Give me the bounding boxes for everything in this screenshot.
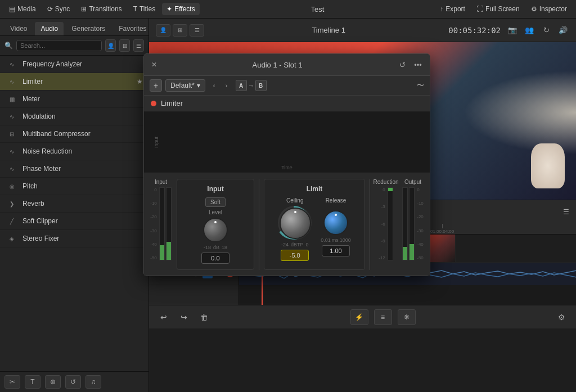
title-button[interactable]: T <box>25 375 40 389</box>
release-label: Release <box>326 197 346 204</box>
app-title: Test <box>202 5 434 13</box>
release-range: 0.01 ms 1000 <box>321 237 351 243</box>
tab-video[interactable]: Video <box>4 22 33 35</box>
release-knob[interactable] <box>323 210 348 235</box>
output-meter-bars: 0 -10 -20 -30 -40 -50 <box>402 187 424 260</box>
bottom-center-btn-1[interactable]: ⚡ <box>350 309 368 325</box>
meter-level-l <box>160 245 164 260</box>
search-input[interactable] <box>16 40 102 51</box>
modal-title: Audio 1 - Slot 1 <box>163 61 392 69</box>
limiter-led[interactable] <box>151 101 156 106</box>
top-bar-export[interactable]: ↑ Export <box>435 3 470 15</box>
output-meter-bar-l <box>402 187 408 260</box>
modal-close-button[interactable]: ✕ <box>150 60 159 69</box>
volume-icon[interactable]: 🔊 <box>557 24 569 37</box>
bottom-center-btn-3[interactable]: ❋ <box>398 309 416 325</box>
list-item-pitch[interactable]: ◎ Pitch <box>0 178 148 195</box>
a-button[interactable]: A <box>236 80 247 91</box>
list-item-modulation[interactable]: ∿ Modulation <box>0 108 148 125</box>
view-icon-person[interactable]: 👤 <box>105 39 116 52</box>
next-preset-btn[interactable]: › <box>221 80 232 91</box>
output-meter-section: Output 0 -10 -20 -30 -40 -50 <box>402 179 424 270</box>
input-value-display[interactable]: 0.0 <box>201 253 230 264</box>
limit-plugin-box: Limit Ceiling <box>264 179 365 270</box>
rotate-button[interactable]: ↺ <box>65 375 81 389</box>
modal-more-icon[interactable]: ••• <box>412 58 424 71</box>
camera-icon[interactable]: 📷 <box>506 24 519 37</box>
list-item-multiband[interactable]: ⊟ Multiband Compressor <box>0 125 148 143</box>
delete-button[interactable]: 🗑 <box>196 309 212 325</box>
modal-curve-icon[interactable]: 〜 <box>417 80 424 91</box>
top-bar-fullscreen[interactable]: ⛶ Full Screen <box>472 3 524 15</box>
view-grid-icon[interactable]: ⊞ <box>173 24 187 37</box>
input-box-title: Input <box>183 185 248 193</box>
reduction-scale: 0 -3 -6 -9 -12 <box>379 187 385 260</box>
list-item-softclipper[interactable]: ╱ Soft Clipper <box>0 213 148 230</box>
modulation-icon: ∿ <box>6 111 18 121</box>
prev-preset-btn[interactable]: ‹ <box>209 80 220 91</box>
top-bar-inspector[interactable]: ⚙ Inspector <box>526 3 572 15</box>
add-effect-button[interactable]: + <box>150 79 162 92</box>
view-person-icon[interactable]: 👤 <box>156 24 170 37</box>
top-bar-transitions[interactable]: ⊞ Transitions <box>76 3 126 15</box>
list-item-frequency[interactable]: ∿ Frequency Analyzer <box>0 56 148 73</box>
bottom-bar: ↩ ↪ 🗑 ⚡ ≡ ❋ ⚙ <box>149 305 576 328</box>
effects-list: ∿ Frequency Analyzer ∿ Limiter ★ ▦ Meter… <box>0 56 148 371</box>
transform-button[interactable]: ⊕ <box>45 375 61 389</box>
input-level-knob[interactable] <box>203 218 228 242</box>
tab-audio[interactable]: Audio <box>35 22 64 35</box>
list-item-phase[interactable]: ∿ Phase Meter <box>0 160 148 178</box>
output-level-r <box>410 244 414 260</box>
ruler-mark: 01:00:04:00 <box>430 224 454 234</box>
tab-favorites[interactable]: Favorites <box>113 22 152 35</box>
release-value-display[interactable]: 1.00 <box>322 245 350 256</box>
limiter-header: Limiter <box>144 96 430 111</box>
top-bar-right: ↑ Export ⛶ Full Screen ⚙ Inspector <box>435 3 572 15</box>
stereofixer-icon: ◈ <box>6 233 18 244</box>
b-button[interactable]: B <box>255 80 267 91</box>
output-label: Output <box>404 179 421 185</box>
settings-button[interactable]: ⚙ <box>554 309 569 325</box>
top-bar-media[interactable]: ▤ Media <box>4 3 40 15</box>
tab-generators[interactable]: Generators <box>66 22 111 35</box>
ceiling-value-display[interactable]: -5.0 <box>281 250 309 261</box>
timeline-icons: 📷 👥 ↻ 🔊 <box>506 24 569 37</box>
reduction-meter-bar <box>388 187 393 260</box>
ceiling-knob-wrap[interactable] <box>278 206 312 240</box>
top-bar-sync[interactable]: ⟳ Sync <box>43 3 75 15</box>
view-icon-list[interactable]: ☰ <box>133 39 144 52</box>
input-meter-section: Input 0 -10 -20 -30 -40 -50 <box>150 179 172 270</box>
display-input-label: Input <box>154 136 159 147</box>
soft-mode-btn[interactable]: Soft <box>205 197 226 207</box>
loop-icon[interactable]: ↻ <box>540 24 552 37</box>
display-area: Input Time <box>144 111 430 173</box>
list-item-limiter[interactable]: ∿ Limiter ★ <box>0 73 148 91</box>
audio-button[interactable]: ♫ <box>86 375 101 389</box>
list-item-reverb[interactable]: ❯ Reverb <box>0 195 148 213</box>
cut-button[interactable]: ✂ <box>4 375 20 389</box>
left-tabs: Video Audio Generators Favorites <box>0 19 148 36</box>
view-icon-grid[interactable]: ⊞ <box>119 39 130 52</box>
ceiling-knob[interactable] <box>280 208 311 239</box>
timecode-display: 00:05:32:02 <box>448 26 501 35</box>
undo-button[interactable]: ↩ <box>156 309 172 325</box>
export-icon: ↑ <box>440 5 443 13</box>
display-time-label: Time <box>281 165 292 170</box>
search-icon: 🔍 <box>4 42 13 49</box>
people-icon[interactable]: 👥 <box>523 24 536 37</box>
list-item-meter[interactable]: ▦ Meter <box>0 91 148 108</box>
list-item-stereofixer[interactable]: ◈ Stereo Fixer <box>0 230 148 247</box>
top-bar-titles[interactable]: T Titles <box>129 3 160 15</box>
plugin-divider-2 <box>370 179 370 270</box>
list-item-noise[interactable]: ∿ Noise Reduction <box>0 143 148 160</box>
input-meter-bar-r <box>166 187 172 260</box>
modal-reset-icon[interactable]: ↺ <box>396 58 408 71</box>
sync-icon: ⟳ <box>47 5 53 13</box>
view-list-icon[interactable]: ☰ <box>190 24 204 37</box>
redo-button[interactable]: ↪ <box>176 309 192 325</box>
top-bar-effects[interactable]: ✦ Effects <box>162 3 199 15</box>
effects-star-icon: ✦ <box>166 5 172 13</box>
playback-menu-btn[interactable]: ☰ <box>563 208 569 216</box>
bottom-center-btn-2[interactable]: ≡ <box>374 309 392 325</box>
preset-dropdown[interactable]: Default* ▾ <box>165 79 205 92</box>
